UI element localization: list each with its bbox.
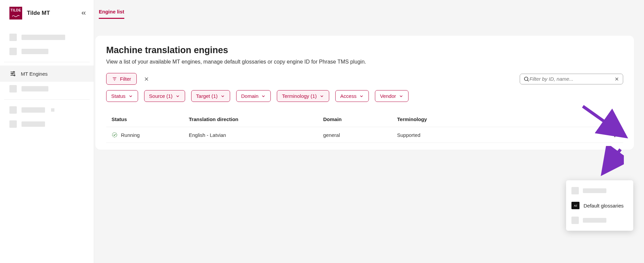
search-box[interactable] — [520, 74, 623, 84]
svg-point-9 — [614, 135, 615, 136]
page-subtitle: View a list of your available MT engines… — [106, 59, 623, 65]
col-direction: Translation direction — [189, 116, 323, 122]
nav-placeholder — [0, 103, 94, 117]
filter-chip-domain[interactable]: Domain — [236, 90, 271, 102]
svg-point-5 — [614, 119, 615, 120]
filter-icon — [112, 76, 117, 82]
cell-direction: English - Latvian — [189, 132, 323, 138]
page-title: Machine translation engines — [106, 45, 623, 55]
svg-point-3 — [524, 77, 528, 81]
cell-status: Running — [121, 132, 140, 138]
svg-line-12 — [604, 149, 620, 171]
status-running-icon — [112, 132, 118, 138]
table-row[interactable]: Running English - Latvian general Suppor… — [106, 127, 623, 143]
menu-item-default-glossaries[interactable]: Default glossaries — [571, 202, 628, 209]
filter-chip-vendor[interactable]: Vendor — [375, 90, 409, 102]
col-status: Status — [112, 116, 189, 122]
menu-placeholder — [571, 217, 628, 224]
svg-point-2 — [14, 75, 15, 76]
filter-button-label: Filter — [120, 76, 131, 82]
row-menu-button[interactable] — [612, 132, 618, 138]
chevron-down-icon — [319, 94, 324, 99]
filter-chip-access[interactable]: Access — [335, 90, 369, 102]
filter-chip-target[interactable]: Target (1) — [191, 90, 230, 102]
nav-label: MT Engines — [21, 71, 48, 77]
menu-placeholder — [571, 187, 628, 194]
svg-point-4 — [614, 117, 615, 118]
tabs: Engine list — [94, 0, 644, 19]
chevron-down-icon — [175, 94, 180, 99]
svg-point-10 — [614, 136, 615, 137]
sidebar: TILDE Tilde MT MT Engines — [0, 0, 94, 263]
svg-point-7 — [112, 133, 117, 137]
chevron-down-icon — [128, 94, 133, 99]
nav-placeholder — [0, 44, 94, 59]
filter-chip-source[interactable]: Source (1) — [144, 90, 185, 102]
sliders-icon — [9, 70, 16, 77]
search-input[interactable] — [529, 76, 614, 82]
svg-point-6 — [614, 120, 615, 121]
table-header: Status Translation direction Domain Term… — [106, 111, 623, 127]
svg-point-1 — [12, 73, 13, 74]
cell-terminology: Supported — [397, 132, 484, 138]
glossary-icon — [571, 202, 579, 209]
filter-button[interactable]: Filter — [106, 73, 137, 85]
clear-search-icon[interactable] — [614, 76, 619, 82]
chevron-down-icon — [399, 94, 403, 99]
search-icon — [523, 76, 529, 82]
chevron-down-icon — [220, 94, 225, 99]
svg-point-8 — [614, 133, 615, 134]
svg-point-0 — [13, 71, 14, 72]
menu-item-label: Default glossaries — [584, 203, 624, 209]
collapse-sidebar-icon[interactable] — [80, 10, 87, 16]
nav-placeholder — [0, 30, 94, 44]
engines-panel: Machine translation engines View a list … — [95, 36, 634, 150]
main: Engine list Machine translation engines … — [94, 0, 644, 263]
tab-engine-list[interactable]: Engine list — [99, 9, 124, 19]
annotation-arrow — [600, 146, 624, 176]
clear-filters-button[interactable] — [142, 75, 151, 83]
filter-chip-terminology[interactable]: Terminology (1) — [277, 90, 329, 102]
brand-logo: TILDE — [9, 7, 22, 20]
cell-domain: general — [323, 132, 397, 138]
filter-chip-status[interactable]: Status — [106, 90, 138, 102]
chevron-down-icon — [359, 94, 364, 99]
brand-name: Tilde MT — [27, 10, 50, 16]
nav-item-mt-engines[interactable]: MT Engines — [0, 66, 94, 82]
engines-table: Status Translation direction Domain Term… — [106, 111, 623, 143]
nav-placeholder — [0, 82, 94, 96]
col-domain: Domain — [323, 116, 397, 122]
row-context-menu: Default glossaries — [566, 180, 633, 231]
chevron-down-icon — [261, 94, 266, 99]
nav-placeholder — [0, 117, 94, 131]
col-terminology: Terminology — [397, 116, 484, 122]
table-header-menu-button[interactable] — [612, 116, 618, 122]
